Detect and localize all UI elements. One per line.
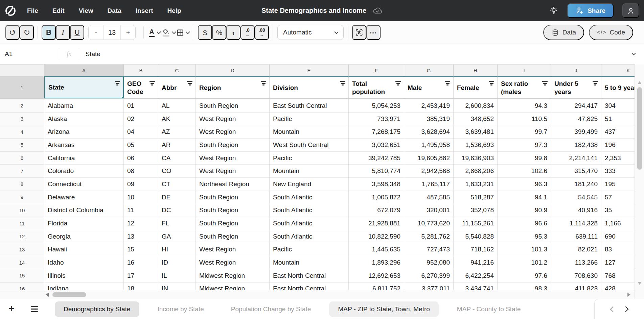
cell[interactable]: 10,822,590 (349, 230, 404, 243)
cell[interactable]: 1,005,872 (349, 191, 404, 204)
cell[interactable]: 3,628,694 (404, 125, 454, 139)
cell[interactable]: 16 (124, 256, 158, 269)
row-number[interactable]: 15 (0, 269, 44, 283)
font-size-value[interactable]: 13 (103, 25, 121, 40)
cell[interactable]: Georgia (44, 230, 124, 243)
sheet-list-menu-icon[interactable] (31, 306, 38, 312)
cell[interactable]: 11,155,261 (454, 217, 498, 230)
cell[interactable]: 40,916 (551, 204, 601, 217)
header-cell[interactable]: Division (270, 76, 349, 98)
menu-file[interactable]: File (27, 7, 38, 15)
tabs-next-icon[interactable] (623, 306, 629, 312)
cell[interactable]: West Region (196, 165, 270, 178)
cell[interactable]: Mountain (270, 125, 349, 139)
menu-insert[interactable]: Insert (136, 7, 153, 15)
cell[interactable]: 411,823 (551, 283, 601, 290)
percent-format-button[interactable]: % (212, 25, 226, 40)
cell[interactable]: 12 (124, 217, 158, 230)
cell[interactable]: Alabama (44, 99, 124, 113)
sheet-tab-map-county-to-state[interactable]: MAP - County to State (448, 301, 530, 317)
cell[interactable]: 952,080 (404, 256, 454, 269)
text-color-button[interactable]: A (147, 25, 162, 40)
cell[interactable]: 6,811,752 (349, 283, 404, 290)
column-header-B[interactable]: B (124, 64, 158, 76)
filter-icon[interactable] (593, 81, 598, 85)
cell[interactable]: Pacific (270, 152, 349, 165)
cell[interactable]: 672,079 (349, 204, 404, 217)
cell[interactable]: 3,434,741 (454, 283, 498, 290)
cell[interactable]: 2,453,419 (404, 99, 454, 113)
share-button[interactable]: Share (567, 3, 614, 18)
scroll-left-icon[interactable] (46, 293, 49, 297)
cell[interactable]: West Region (196, 243, 270, 256)
cell[interactable]: Arizona (44, 125, 124, 139)
decrease-decimal-button[interactable]: .0← (240, 25, 255, 40)
cell[interactable]: 19,605,882 (404, 152, 454, 165)
cell[interactable]: AL (158, 99, 196, 113)
increase-decimal-button[interactable]: .00→ (255, 25, 269, 40)
cell[interactable]: 18 (124, 283, 158, 290)
cell[interactable]: 94.3 (498, 99, 551, 113)
cell[interactable]: 195 (601, 178, 635, 191)
header-cell[interactable]: State (44, 76, 124, 98)
row-number[interactable]: 12 (0, 230, 44, 243)
row-number[interactable]: 14 (0, 256, 44, 269)
cell[interactable]: IN (158, 283, 196, 290)
cell[interactable]: 1,833,231 (454, 178, 498, 191)
cell[interactable]: 487,585 (404, 191, 454, 204)
cell[interactable]: New England (270, 178, 349, 191)
cell[interactable]: 47,825 (551, 113, 601, 126)
cell[interactable]: Colorado (44, 165, 124, 178)
cell[interactable]: 15 (124, 243, 158, 256)
underline-button[interactable]: U (70, 25, 84, 40)
cell[interactable]: East South Central (270, 99, 349, 113)
cell[interactable]: 1,445,635 (349, 243, 404, 256)
chevron-down-icon[interactable] (172, 30, 176, 34)
cell[interactable]: 05 (124, 139, 158, 152)
more-options-button[interactable]: … (366, 25, 381, 40)
filter-icon[interactable] (395, 81, 401, 85)
cell[interactable]: 102.6 (498, 165, 551, 178)
header-cell[interactable]: 5 to 9 years (601, 76, 635, 98)
cell[interactable]: 98.3 (498, 283, 551, 290)
cell[interactable]: 399,499 (551, 125, 601, 139)
cell[interactable]: HI (158, 243, 196, 256)
cell[interactable]: 5,810,774 (349, 165, 404, 178)
cell[interactable]: 21,928,881 (349, 217, 404, 230)
cell[interactable]: IL (158, 269, 196, 283)
cell[interactable]: 639,111 (551, 230, 601, 243)
font-size-increase-button[interactable]: + (121, 25, 135, 40)
cell[interactable]: AR (158, 139, 196, 152)
cell[interactable]: 10 (124, 191, 158, 204)
add-sheet-button[interactable]: + (6, 303, 17, 314)
cell[interactable]: 13 (124, 230, 158, 243)
cell[interactable]: 35 (601, 204, 635, 217)
data-panel-button[interactable]: Data (543, 25, 584, 40)
account-avatar-button[interactable] (622, 3, 639, 18)
cell[interactable]: 294,417 (551, 99, 601, 113)
cell[interactable]: 768 (601, 269, 635, 283)
cell[interactable]: 1,893,296 (349, 256, 404, 269)
cell[interactable]: South Atlantic (270, 191, 349, 204)
row-number[interactable]: 5 (0, 139, 44, 152)
cell[interactable]: Mountain (270, 256, 349, 269)
column-header-E[interactable]: E (270, 64, 349, 76)
cell[interactable]: East North Central (270, 269, 349, 283)
sheet-tab-demographics-by-state[interactable]: Demographics by State (55, 301, 139, 317)
font-size-decrease-button[interactable]: - (89, 25, 103, 40)
cell[interactable]: Hawaii (44, 243, 124, 256)
row-number[interactable]: 3 (0, 113, 44, 126)
cell[interactable]: 5,540,828 (454, 230, 498, 243)
cell[interactable]: AK (158, 113, 196, 126)
cell[interactable]: CO (158, 165, 196, 178)
cell[interactable]: 02 (124, 113, 158, 126)
cell[interactable]: 113,266 (551, 256, 601, 269)
column-header-F[interactable]: F (349, 64, 404, 76)
cell[interactable]: Mountain (270, 165, 349, 178)
cell[interactable]: Midwest Region (196, 269, 270, 283)
redo-button[interactable]: ↻ (20, 25, 34, 40)
chevron-down-icon[interactable] (157, 30, 161, 34)
scroll-up-icon[interactable] (638, 81, 642, 84)
sheet-tab-map-zip-to-state-town-metro[interactable]: MAP - ZIP to State, Town, Metro (329, 301, 438, 317)
cell[interactable]: 6,270,399 (404, 269, 454, 283)
